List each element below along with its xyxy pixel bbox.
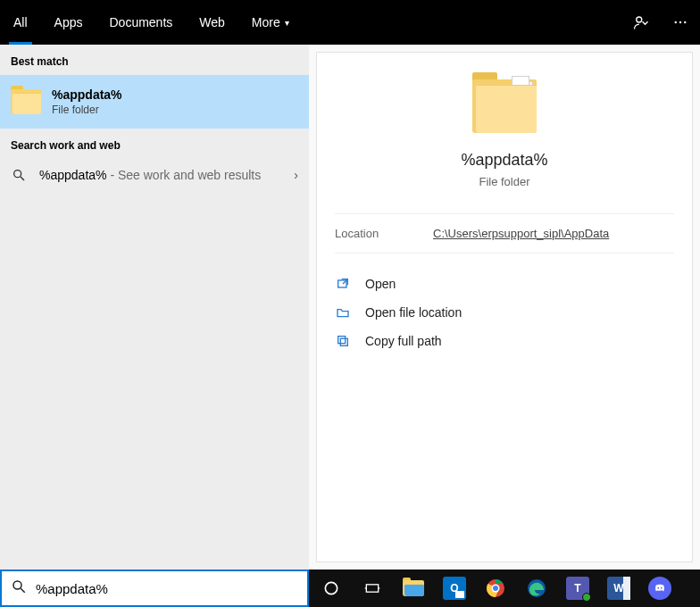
web-result-text: %appdata% - See work and web results [39, 168, 281, 182]
svg-rect-12 [366, 585, 378, 592]
app-initials: W [613, 582, 623, 595]
svg-point-17 [493, 586, 498, 591]
taskbar-edge[interactable] [518, 573, 555, 603]
folder-icon [472, 79, 537, 133]
tab-label: More [252, 15, 280, 29]
web-search-result[interactable]: %appdata% - See work and web results › [0, 159, 309, 191]
taskbar: O T [309, 570, 700, 607]
open-icon [335, 277, 351, 291]
taskbar-cortana[interactable] [312, 573, 350, 603]
search-icon [11, 578, 27, 598]
tab-web[interactable]: Web [186, 0, 238, 45]
svg-point-3 [684, 21, 686, 23]
action-open-location[interactable]: Open file location [335, 298, 674, 327]
search-filter-tabs: All Apps Documents Web More ▾ [0, 0, 700, 45]
more-options-icon[interactable] [661, 0, 700, 45]
folder-icon [11, 89, 41, 114]
taskbar-outlook[interactable]: O [436, 573, 473, 603]
folder-open-icon [335, 305, 351, 320]
location-value[interactable]: C:\Users\erpsupport_sipl\AppData [433, 227, 609, 240]
tab-label: Apps [54, 15, 83, 29]
svg-line-5 [21, 177, 24, 180]
web-result-hint: - See work and web results [107, 168, 262, 182]
svg-line-10 [21, 588, 25, 593]
tab-all[interactable]: All [0, 0, 41, 45]
action-copy-path[interactable]: Copy full path [335, 327, 674, 355]
svg-point-2 [679, 21, 681, 23]
best-match-result[interactable]: %appdata% File folder [0, 75, 309, 129]
copy-icon [335, 334, 351, 348]
tab-more[interactable]: More ▾ [238, 0, 303, 45]
work-web-heading: Search work and web [0, 129, 309, 159]
svg-rect-7 [340, 338, 347, 345]
search-box[interactable] [0, 570, 309, 607]
chevron-right-icon: › [294, 168, 298, 182]
preview-title: %appdata% [335, 151, 674, 170]
svg-point-11 [325, 582, 337, 594]
svg-rect-8 [338, 337, 346, 344]
svg-point-1 [675, 21, 677, 23]
action-label: Open file location [365, 305, 462, 320]
best-match-title: %appdata% [52, 87, 122, 102]
location-row: Location C:\Users\erpsupport_sipl\AppDat… [335, 213, 674, 253]
search-icon [11, 168, 27, 182]
action-label: Open [365, 277, 396, 291]
taskbar-teams[interactable]: T [559, 573, 596, 603]
preview-subtitle: File folder [335, 175, 674, 188]
taskbar-task-view[interactable] [354, 573, 391, 603]
chevron-down-icon: ▾ [285, 18, 289, 28]
feedback-icon[interactable] [621, 0, 661, 45]
preview-panel: %appdata% File folder Location C:\Users\… [309, 45, 700, 570]
app-initials: T [574, 582, 580, 595]
svg-point-4 [14, 170, 21, 178]
tab-label: Web [199, 15, 225, 29]
search-input[interactable] [36, 581, 298, 596]
taskbar-file-explorer[interactable] [395, 573, 432, 603]
action-open[interactable]: Open [335, 270, 674, 298]
location-label: Location [335, 227, 433, 240]
tab-label: Documents [109, 15, 172, 29]
best-match-heading: Best match [0, 45, 309, 75]
taskbar-chrome[interactable] [477, 573, 514, 603]
results-panel: Best match %appdata% File folder Search … [0, 45, 309, 570]
action-label: Copy full path [365, 334, 442, 348]
best-match-subtitle: File folder [52, 104, 122, 116]
svg-point-0 [637, 17, 642, 22]
tab-label: All [13, 15, 28, 29]
tab-apps[interactable]: Apps [41, 0, 96, 45]
web-result-query: %appdata% [39, 168, 107, 182]
best-match-text: %appdata% File folder [52, 87, 122, 116]
svg-point-9 [13, 581, 21, 589]
tab-documents[interactable]: Documents [96, 0, 186, 45]
taskbar-discord[interactable] [641, 573, 679, 603]
taskbar-word[interactable]: W [600, 573, 638, 603]
